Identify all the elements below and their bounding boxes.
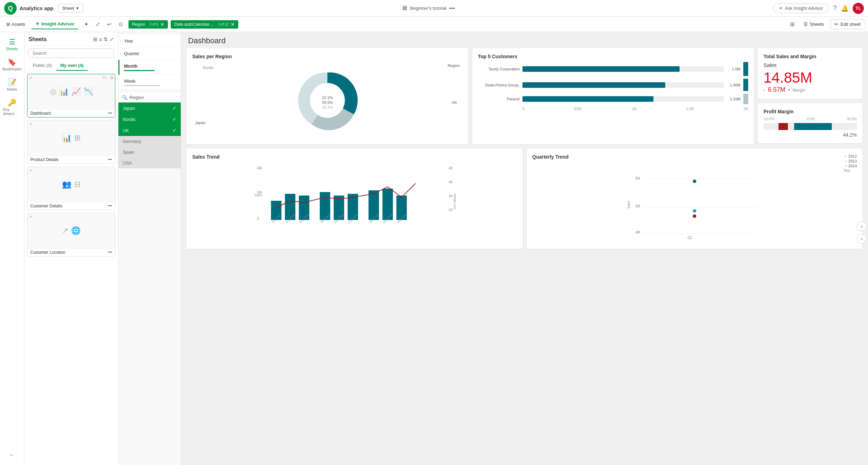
check-uk: ✓ xyxy=(172,128,177,133)
sheet-more-button-dashboard[interactable]: ••• xyxy=(108,111,112,116)
svg-text:44: 44 xyxy=(449,194,453,198)
expand-panel-button[interactable]: ⤢ xyxy=(109,36,114,43)
close-filter-region-button[interactable]: ✕ xyxy=(160,22,164,27)
sheet-pill[interactable]: Sheet ▾ xyxy=(58,4,83,13)
sidebar-item-sheets[interactable]: ☰ Sheets xyxy=(1,35,23,54)
grid-view-icon-button[interactable]: ⊞ xyxy=(93,36,98,43)
lasso-icon-button[interactable]: ⊙ xyxy=(116,20,126,29)
svg-text:18.4%: 18.4% xyxy=(322,105,333,109)
sheet-thumb-customer-location[interactable]: ↗ ↗ 🌐 Customer Location ••• xyxy=(27,213,115,257)
sheet-thumb-dashboard[interactable]: ↗ #1 ⚙ ◎ 📊 📈 📉 Dashboard ••• xyxy=(27,74,115,117)
tab-public[interactable]: Public (0) xyxy=(29,61,56,71)
bar-axis: 0 500K 1M 1.5M 2M xyxy=(478,107,748,111)
mini-bar-deak xyxy=(743,79,748,91)
notifications-button[interactable]: 🔔 xyxy=(841,5,848,12)
region-legend-label: Region xyxy=(448,63,460,68)
bar-fill-paracel xyxy=(522,96,653,102)
search-icon: 🔍 xyxy=(122,95,127,100)
toolbar-icons: ✦ ⤢ ↩ ⊙ xyxy=(81,20,126,29)
sheets-icon: ☰ xyxy=(9,38,15,46)
quarterly-svg: 6M 5M 4M Q1 Sales xyxy=(532,173,857,242)
region-usa[interactable]: USA xyxy=(118,158,181,168)
filter-week[interactable]: Week xyxy=(118,75,181,90)
svg-text:Sales: Sales xyxy=(627,201,630,209)
kpi-title: Total Sales and Margin xyxy=(764,54,857,59)
ask-advisor-button[interactable]: ✦ Ask Insight Advisor xyxy=(773,3,829,13)
filter-quarter[interactable]: Quarter xyxy=(118,47,181,60)
region-germany[interactable]: Germany xyxy=(118,136,181,147)
sales-trend-card: Sales Trend 4M 2M 0 xyxy=(187,148,522,249)
bar-label-deak: Deak-Perera Group. xyxy=(478,83,520,87)
bookmark-icon: 🔖 xyxy=(8,58,16,66)
avatar[interactable]: TL xyxy=(853,3,864,14)
collapse-icon: ← xyxy=(9,452,15,458)
sort-icon-button[interactable]: ⇅ xyxy=(103,36,108,43)
sheet-thumb-customer-details[interactable]: ↗ 👥 ⊟ Customer Details ••• xyxy=(27,167,115,210)
thumb-content-location: ↗ ↗ 🌐 xyxy=(28,213,115,248)
sheet-more-button-product[interactable]: ••• xyxy=(108,157,112,162)
date-filter-section: Year Quarter Month Week xyxy=(118,32,181,93)
edit-sheet-button[interactable]: ✏ Edit sheet xyxy=(830,19,865,29)
close-filter-date-button[interactable]: ✕ xyxy=(231,22,235,27)
main-area: ☰ Sheets 🔖 Bookmarks 📝 Notes 🔑 Key drive… xyxy=(0,32,868,465)
thumb-icon-share3: ↗ xyxy=(29,168,32,173)
sheet-more-button-customer[interactable]: ••• xyxy=(108,204,112,208)
qlik-logo-icon: Q xyxy=(4,2,17,15)
region-spain[interactable]: Spain xyxy=(118,147,181,158)
sidebar-item-collapse[interactable]: ← xyxy=(1,449,23,461)
prev-arrow[interactable]: ‹ xyxy=(857,221,867,231)
region-uk[interactable]: UK ✓ xyxy=(118,125,181,136)
sidebar-item-bookmarks[interactable]: 🔖 Bookmarks xyxy=(1,55,23,74)
insight-advisor-tab[interactable]: ✦ Insight Advisor xyxy=(31,19,78,29)
sheets-header-icons: ⊞ ≡ ⇅ ⤢ xyxy=(93,36,114,43)
bar-label-paracel: Paracel xyxy=(478,97,520,101)
sheet-more-button-location[interactable]: ••• xyxy=(108,250,112,255)
topbar-center: 🖥 Beginner's tutorial ••• xyxy=(87,5,769,12)
key-drivers-icon: 🔑 xyxy=(8,98,16,107)
bar-row-deak: Deak-Perera Group. 1.46M xyxy=(478,79,748,91)
filter-month[interactable]: Month xyxy=(118,60,181,75)
sheet-label-location: Customer Location ••• xyxy=(28,248,115,256)
svg-text:22.1%: 22.1% xyxy=(322,96,333,100)
undo-icon-button[interactable]: ↩ xyxy=(104,20,114,29)
magic-icon-button[interactable]: ✦ xyxy=(81,20,91,29)
topbar-right: ✦ Ask Insight Advisor ? 🔔 TL xyxy=(773,3,864,14)
region-japan[interactable]: Japan ✓ xyxy=(118,102,181,114)
assets-button[interactable]: ⊞ Assets xyxy=(3,20,29,29)
qt-title: Quarterly Trend xyxy=(532,154,568,160)
help-button[interactable]: ? xyxy=(833,5,837,12)
tutorial-text: Beginner's tutorial xyxy=(410,6,447,11)
top5-bars: Tandy Corporation 1.6M Deak-Perera Group… xyxy=(478,62,748,104)
region-nordic[interactable]: Nordic ✓ xyxy=(118,114,181,125)
svg-text:Q1: Q1 xyxy=(688,236,692,239)
sales-region-title: Sales per Region xyxy=(192,54,463,59)
region-search[interactable]: 🔍 Region xyxy=(118,93,181,102)
more-options-button[interactable]: ••• xyxy=(449,5,455,12)
list-view-icon-button[interactable]: ≡ xyxy=(99,36,102,43)
svg-text:4M: 4M xyxy=(257,166,262,170)
sheets-panel-header: Sheets ⊞ ≡ ⇅ ⤢ xyxy=(24,32,118,46)
filter-chip-date[interactable]: Date.autoCalendar.... 3 of 12 ✕ xyxy=(171,20,238,29)
kpi-margin-row: - 6.57M • Margin xyxy=(764,86,857,93)
thumb-content-customer: ↗ 👥 ⊟ xyxy=(28,167,115,202)
filter-year[interactable]: Year xyxy=(118,35,181,47)
tab-my-own[interactable]: My own (4) xyxy=(56,61,88,71)
sheet-thumb-product-details[interactable]: ↗ 📊 ⊞ Product Details ••• xyxy=(27,120,115,164)
kpi-margin-bullet: • xyxy=(788,87,790,93)
thumb-icon-share4: ↗ xyxy=(29,215,32,219)
grid-view-button[interactable]: ⊞ xyxy=(787,20,797,29)
sheets-button[interactable]: ☰ Sheets xyxy=(800,20,827,29)
next-arrow[interactable]: › xyxy=(857,234,867,244)
thumb-table2-icon: ⊟ xyxy=(74,180,80,189)
bar-track-deak xyxy=(522,82,724,88)
search-input[interactable] xyxy=(29,48,114,58)
expand-icon-button[interactable]: ⤢ xyxy=(93,20,103,29)
sidebar-item-notes[interactable]: 📝 Notes xyxy=(1,75,23,94)
sidebar-item-key-drivers[interactable]: 🔑 Key drivers xyxy=(1,96,23,119)
sheet-label-dashboard: Dashboard ••• xyxy=(28,109,115,117)
svg-text:Margin (%): Margin (%) xyxy=(453,194,457,209)
thumb-line-icon: 📈 xyxy=(71,87,81,96)
svg-point-39 xyxy=(693,180,696,183)
filter-chip-region[interactable]: Region 3 of 6 ✕ xyxy=(129,20,168,29)
kpi-margin-value: 6.57M xyxy=(768,86,785,93)
